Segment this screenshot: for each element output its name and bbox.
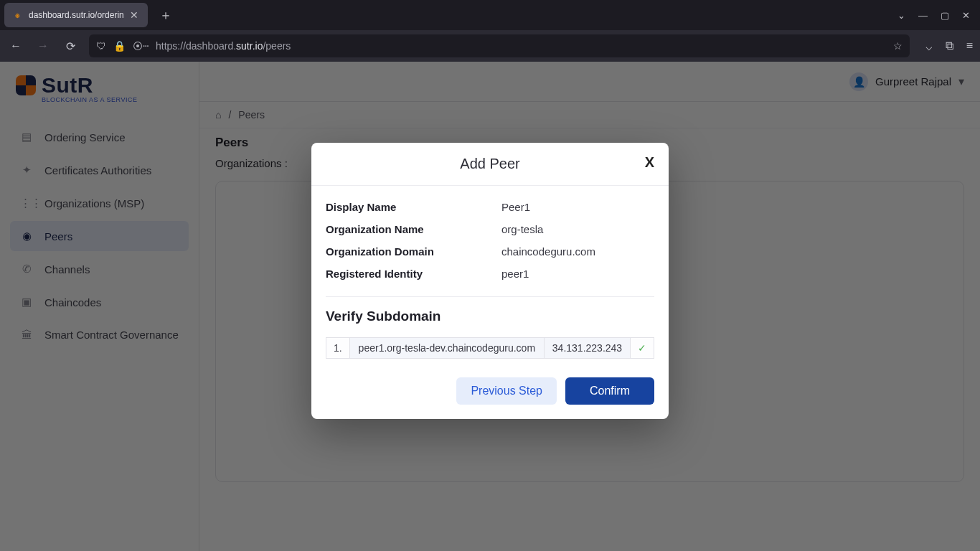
modal-close-button[interactable]: X	[645, 154, 654, 171]
lock-icon[interactable]: 🔒	[113, 40, 126, 52]
browser-toolbar: ← → ⟳ 🛡 🔒 ⦿┄ https://dashboard.sutr.io/p…	[0, 30, 980, 62]
key-icon[interactable]: ⦿┄	[133, 40, 149, 52]
add-peer-modal: Add Peer X Display Name Peer1 Organizati…	[311, 143, 669, 419]
shield-icon[interactable]: 🛡	[96, 40, 106, 52]
bookmark-star-icon[interactable]: ☆	[893, 40, 903, 52]
tab-title: dashboard.sutr.io/orderin	[29, 10, 124, 20]
field-org-domain: Organization Domain chaincodeguru.com	[326, 240, 654, 263]
tab-favicon-icon: ⎈	[11, 9, 23, 21]
menu-icon[interactable]: ≡	[966, 39, 973, 53]
address-bar[interactable]: 🛡 🔒 ⦿┄ https://dashboard.sutr.io/peers ☆	[89, 34, 910, 57]
browser-tab[interactable]: ⎈ dashboard.sutr.io/orderin ✕	[4, 3, 148, 27]
extensions-icon[interactable]: ⧉	[946, 39, 953, 53]
modal-title: Add Peer	[460, 156, 519, 172]
verify-subdomain-title: Verify Subdomain	[326, 309, 654, 324]
chevron-down-icon[interactable]: ⌄	[897, 10, 905, 21]
confirm-button[interactable]: Confirm	[565, 377, 654, 405]
subdomain-table: 1. peer1.org-tesla-dev.chaincodeguru.com…	[326, 337, 654, 359]
new-tab-button[interactable]: ＋	[155, 6, 176, 24]
row-host: peer1.org-tesla-dev.chaincodeguru.com	[349, 338, 544, 359]
field-org-name: Organization Name org-tesla	[326, 218, 654, 240]
reload-button[interactable]: ⟳	[62, 37, 79, 55]
minimize-icon[interactable]: —	[918, 10, 928, 21]
tab-close-icon[interactable]: ✕	[130, 9, 138, 21]
window-close-icon[interactable]: ✕	[962, 10, 970, 21]
row-ip: 34.131.223.243	[544, 338, 630, 359]
previous-step-button[interactable]: Previous Step	[456, 377, 557, 405]
pocket-icon[interactable]: ⌵	[925, 39, 933, 53]
field-display-name: Display Name Peer1	[326, 196, 654, 218]
field-registered-identity: Registered Identity peer1	[326, 263, 654, 285]
browser-titlebar: ⎈ dashboard.sutr.io/orderin ✕ ＋ ⌄ — ▢ ✕	[0, 0, 980, 30]
check-icon: ✓	[631, 338, 654, 359]
row-index: 1.	[326, 338, 350, 359]
forward-button: →	[34, 37, 52, 55]
back-button[interactable]: ←	[7, 37, 24, 55]
table-row: 1. peer1.org-tesla-dev.chaincodeguru.com…	[326, 338, 654, 359]
divider	[326, 296, 654, 297]
maximize-icon[interactable]: ▢	[941, 10, 949, 21]
url-text: https://dashboard.sutr.io/peers	[156, 40, 291, 52]
